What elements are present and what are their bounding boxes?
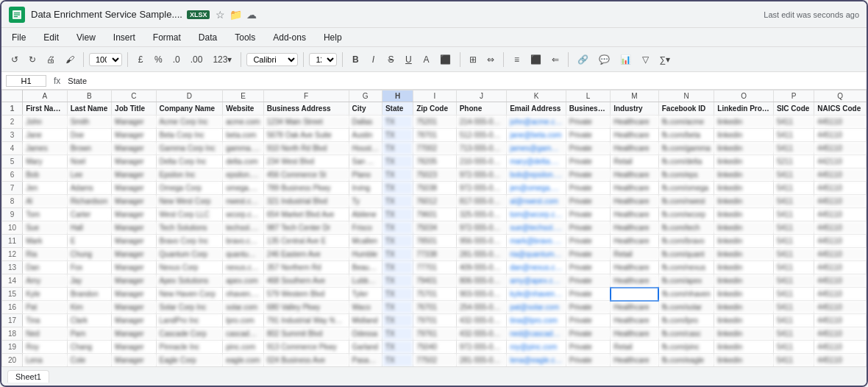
redo-button[interactable]: ↻ bbox=[25, 53, 40, 66]
col-O-header[interactable]: O bbox=[714, 90, 774, 102]
merge-button[interactable]: ⇔ bbox=[483, 53, 498, 66]
decimal-0-button[interactable]: .0 bbox=[169, 53, 184, 66]
table-row: 19 Roy Chang Manager Pinnacle Inc pinc.c… bbox=[2, 341, 867, 354]
undo-button[interactable]: ↺ bbox=[7, 53, 22, 66]
strikethrough-button[interactable]: S bbox=[383, 53, 398, 66]
menu-help[interactable]: Help bbox=[321, 31, 345, 44]
col-E-header[interactable]: E bbox=[223, 90, 263, 102]
align-center-button[interactable]: ⬛ bbox=[527, 53, 545, 66]
menu-view[interactable]: View bbox=[74, 31, 99, 44]
paint-format-button[interactable]: 🖌 bbox=[62, 53, 78, 66]
function-button[interactable]: ∑▾ bbox=[655, 53, 674, 66]
format-number-button[interactable]: 123▾ bbox=[209, 53, 235, 66]
menu-edit[interactable]: Edit bbox=[40, 31, 62, 44]
menu-format[interactable]: Format bbox=[150, 31, 184, 44]
separator-6 bbox=[460, 52, 460, 67]
separator-7 bbox=[503, 52, 504, 67]
title-action-icons[interactable]: ☆ 📁 ☁ bbox=[216, 9, 257, 21]
header-state: State bbox=[382, 102, 413, 116]
header-website: Website bbox=[223, 102, 263, 116]
table-row: 16 Pat Kim Manager Solar Corp Inc solar.… bbox=[2, 301, 867, 314]
table-row: 2 John Smith Manager Acme Corp Inc acme.… bbox=[2, 116, 867, 129]
table-row: 18 Ned Pam Manager Cascade Corp cascade.… bbox=[2, 327, 867, 341]
comment-button[interactable]: 💬 bbox=[595, 53, 613, 66]
link-button[interactable]: 🔗 bbox=[574, 53, 592, 66]
decimal-00-button[interactable]: .00 bbox=[187, 53, 207, 66]
borders-button[interactable]: ⊞ bbox=[466, 53, 480, 66]
col-I-header[interactable]: I bbox=[413, 90, 456, 102]
table-row: 4 James Brown Manager Gamma Corp Inc gam… bbox=[2, 142, 867, 155]
col-D-header[interactable]: D bbox=[156, 90, 223, 102]
formula-bar: H1 fx State bbox=[1, 72, 867, 90]
col-H-header[interactable]: H bbox=[382, 90, 413, 102]
menu-data[interactable]: Data bbox=[196, 31, 220, 44]
spreadsheet-grid: A B C D E F G H I J K L M N O bbox=[1, 90, 867, 366]
table-row: 10 Sue Hall Manager Tech Solutions techs… bbox=[2, 221, 867, 235]
filter-button[interactable]: ▽ bbox=[638, 53, 652, 66]
table-row: 13 Dan Fox Manager Nexus Corp nexus.com … bbox=[2, 261, 867, 274]
col-G-header[interactable]: G bbox=[349, 90, 382, 102]
col-Q-header[interactable]: Q bbox=[814, 90, 867, 102]
formula-content[interactable]: State bbox=[68, 77, 862, 85]
separator-8 bbox=[568, 52, 569, 67]
separator-1 bbox=[83, 52, 84, 67]
cell-reference-input[interactable]: H1 bbox=[6, 75, 46, 87]
zoom-selector[interactable]: 100% 75% 125% bbox=[89, 53, 122, 66]
col-C-header[interactable]: C bbox=[112, 90, 156, 102]
col-L-header[interactable]: L bbox=[566, 90, 610, 102]
font-color-button[interactable]: A bbox=[419, 53, 433, 66]
spreadsheet-area: A B C D E F G H I J K L M N O bbox=[1, 90, 867, 366]
col-B-header[interactable]: B bbox=[67, 90, 111, 102]
currency-button[interactable]: £ bbox=[133, 53, 148, 66]
menu-addons[interactable]: Add-ons bbox=[270, 31, 309, 44]
table-row: 12 Ria Chung Manager Quantum Corp quantu… bbox=[2, 248, 867, 261]
corner-cell bbox=[2, 90, 23, 102]
menu-file[interactable]: File bbox=[9, 31, 29, 44]
header-facebook-id: Facebook ID bbox=[658, 102, 714, 116]
wrap-button[interactable]: ⇐ bbox=[548, 53, 563, 66]
col-F-header[interactable]: F bbox=[263, 90, 349, 102]
underline-button[interactable]: U bbox=[401, 53, 416, 66]
table-row: 14 Amy Jay Manager Apex Solutions apex.c… bbox=[2, 274, 867, 288]
table-row: 11 Mark E Manager Bravo Corp Inc bravo.c… bbox=[2, 235, 867, 248]
cloud-icon[interactable]: ☁ bbox=[246, 9, 257, 21]
header-business-type: Business Type bbox=[566, 102, 610, 116]
font-size-selector[interactable]: 12 10 14 bbox=[309, 53, 337, 66]
app-window: Data Enrichment Service Sample.... XLSX … bbox=[0, 0, 868, 387]
menu-insert[interactable]: Insert bbox=[110, 31, 138, 44]
highlight-color-button[interactable]: ⬛ bbox=[436, 53, 455, 66]
bold-button[interactable]: B bbox=[348, 53, 363, 66]
header-first-name: First Name bbox=[23, 102, 67, 116]
header-business-address: Business Address bbox=[263, 102, 349, 116]
menu-tools[interactable]: Tools bbox=[232, 31, 258, 44]
folder-icon[interactable]: 📁 bbox=[230, 9, 242, 21]
col-header-row: A B C D E F G H I J K L M N O bbox=[2, 90, 867, 102]
star-icon[interactable]: ☆ bbox=[216, 9, 225, 21]
row-1-num: 1 bbox=[2, 102, 23, 116]
table-row: 6 Bob Lee Manager Epsilon Inc epsilon.co… bbox=[2, 168, 867, 182]
table-row: 8 Al Richardson Manager New West Corp nw… bbox=[2, 195, 867, 208]
table-row: 3 Jane Doe Manager Beta Corp Inc beta.co… bbox=[2, 129, 867, 142]
font-selector[interactable]: Calibri Arial bbox=[246, 53, 298, 66]
separator-3 bbox=[241, 52, 241, 67]
table-row: 20 Lena Cole Manager Eagle Corp eagle.co… bbox=[2, 354, 867, 367]
file-type-badge: XLSX bbox=[187, 10, 210, 19]
spreadsheet-scroll[interactable]: A B C D E F G H I J K L M N O bbox=[1, 90, 867, 366]
header-job-title: Job Title bbox=[112, 102, 156, 116]
file-name-area: Data Enrichment Service Sample.... XLSX bbox=[31, 9, 210, 20]
align-left-button[interactable]: ≡ bbox=[509, 53, 524, 66]
sheet-tab-1[interactable]: Sheet1 bbox=[7, 370, 49, 383]
col-A-header[interactable]: A bbox=[23, 90, 67, 102]
chart-button[interactable]: 📊 bbox=[616, 53, 635, 66]
col-M-header[interactable]: M bbox=[611, 90, 659, 102]
header-industry: Industry bbox=[611, 102, 659, 116]
col-P-header[interactable]: P bbox=[773, 90, 814, 102]
separator-5 bbox=[342, 52, 343, 67]
percent-button[interactable]: % bbox=[151, 53, 166, 66]
print-button[interactable]: 🖨 bbox=[43, 53, 59, 66]
col-N-header[interactable]: N bbox=[658, 90, 714, 102]
separator-4 bbox=[303, 52, 304, 67]
italic-button[interactable]: I bbox=[366, 53, 380, 66]
col-J-header[interactable]: J bbox=[456, 90, 507, 102]
col-K-header[interactable]: K bbox=[507, 90, 566, 102]
